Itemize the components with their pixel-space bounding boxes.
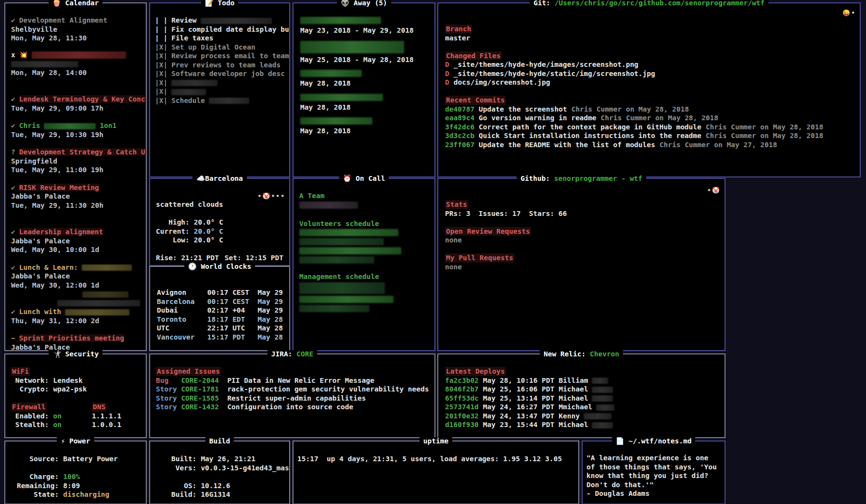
panel-newrelic[interactable]: New Relic: Chevron Latest Deploys fa2c3b… — [437, 353, 726, 438]
away-dates: May 28, 2018 — [300, 103, 432, 112]
jira-issue-row[interactable]: StoryCORE-1585Restrict super-admin capab… — [156, 394, 432, 403]
deploy-hash: fa2c3b02 — [445, 377, 479, 384]
redacted-block — [209, 98, 249, 104]
section-header: Latest Deploys — [445, 367, 506, 376]
away-entry: May 28, 2018 — [300, 94, 432, 112]
commit-meta: Chris Cummer on May 28, 2018 — [601, 114, 718, 122]
panel-calendar[interactable]: 🍿 Calendar ✔Development Alignment Shelby… — [4, 2, 147, 351]
todo-checkbox[interactable]: |X| — [155, 88, 167, 95]
todo-item[interactable]: | |File taxes — [155, 34, 286, 43]
redacted-block — [57, 300, 140, 306]
state-label: State: — [17, 490, 59, 499]
panel-title: 📝 Todo — [150, 0, 289, 8]
panel-oncall[interactable]: ⏰ On Call A Team Volunteers schedule Man… — [293, 178, 435, 351]
panel-weather[interactable]: ☁️Barcelona •🤡••• scattered clouds High:… — [149, 178, 290, 266]
status-indicator: •🤡••• — [257, 192, 285, 200]
todo-checkbox[interactable]: |X| — [155, 79, 167, 87]
event-title: Lunch with — [19, 308, 61, 315]
low-label: Low: — [156, 236, 190, 245]
issue-summary: PII Data in New Relic Error Message — [227, 377, 374, 384]
todo-checkbox[interactable]: |X| — [155, 70, 167, 77]
panel-todo[interactable]: 📝 Todo | |Review | |Fix compiled date di… — [149, 2, 290, 177]
todo-checkbox[interactable]: |X| — [155, 61, 167, 69]
panel-security[interactable]: 🤺 Security WiFi Network:Lendesk Crypto:w… — [4, 353, 147, 438]
commit-message: Go version warning in readme — [479, 114, 596, 122]
todo-item[interactable]: |X|Prev reviews to team leads — [155, 61, 286, 70]
clock-time: 22:17 UTC — [207, 324, 258, 333]
remaining-label: Remaining: — [17, 481, 59, 491]
todo-item[interactable]: |X|Software developer job desc — [155, 69, 286, 78]
todo-item[interactable]: |X|Review process email to team — [155, 51, 286, 61]
calendar-event: ✔Lunch with Thu, May 31, 12:00 2d — [11, 307, 143, 325]
todo-item[interactable]: |X|Schedule — [155, 96, 286, 105]
todo-item[interactable]: | |Review — [155, 16, 286, 25]
charge-value: 100% — [63, 473, 80, 480]
enabled-value: on — [53, 412, 62, 420]
oncall-section-header: A Team — [299, 191, 432, 201]
panel-git[interactable]: Git: /Users/chris/go/src/github.com/seno… — [437, 2, 861, 177]
todo-checkbox[interactable]: |X| — [155, 52, 167, 60]
todo-checkbox[interactable]: |X| — [155, 97, 167, 104]
event-marker: ✔ — [11, 122, 15, 129]
event-marker: ✔ — [11, 16, 15, 24]
clock-city: UTC — [157, 324, 207, 333]
redacted-block — [299, 296, 394, 303]
todo-checkbox[interactable]: |X| — [155, 43, 167, 51]
panel-world-clocks[interactable]: 🕐 World Clocks Avignon00:17 CESTMay 29 B… — [149, 266, 290, 351]
panel-away[interactable]: 👽 Away (5) May 23, 2018 - May 29, 2018 M… — [293, 2, 435, 177]
away-entry: May 25, 2018 - May 28, 2018 — [300, 41, 432, 64]
event-marker: x — [11, 51, 15, 59]
redacted-block — [11, 61, 78, 67]
jira-issue-row[interactable]: StoryCORE-1432Configuration into source … — [156, 403, 432, 412]
cloud-icon: ☁️ — [196, 175, 205, 182]
commit-row: 3f42dc6Correct path for the context pack… — [445, 123, 856, 132]
todo-checkbox[interactable]: | | — [155, 34, 167, 42]
calendar-event: ~Sprint Priorities meeting Jabba's Palac… — [11, 334, 143, 350]
commit-hash: eaa89c4 — [445, 114, 474, 122]
jira-issue-row[interactable]: BugCORE-2044PII Data in New Relic Error … — [156, 376, 432, 385]
todo-checkbox[interactable]: | | — [155, 16, 167, 24]
panel-github[interactable]: Github: senorprogrammer - wtf •🤡 Stats P… — [437, 178, 726, 351]
built-value: May 26, 21:21 — [201, 455, 255, 463]
commit-meta: Chris Cummer on May 27, 2018 — [660, 141, 777, 149]
todo-item[interactable]: |X| — [155, 87, 286, 96]
network-value: Lendesk — [53, 377, 83, 384]
alarm-clock-icon: ⏰ — [343, 175, 352, 182]
event-marker: ✔ — [11, 308, 15, 315]
issue-summary: Configuration into source code — [227, 403, 353, 411]
network-label: Network: — [11, 376, 49, 385]
section-header: Firewall — [11, 403, 47, 412]
section-header: Recent Commits — [445, 96, 506, 105]
event-title-suffix: 1on1 — [100, 122, 116, 129]
event-date: Thu, May 31, 12:00 2d — [11, 316, 143, 326]
event-location: Jabba's Palace — [11, 237, 143, 246]
clock-date: May 29 — [258, 306, 283, 314]
panel-uptime[interactable]: uptime 15:17 up 4 days, 21:31, 5 users, … — [293, 441, 579, 504]
panel-build[interactable]: Build Built:May 26, 21:21 Vers:v0.0.3-15… — [149, 441, 290, 504]
commit-hash: 23ff067 — [445, 141, 474, 149]
branch-name: master — [445, 34, 856, 43]
panel-jira[interactable]: JIRA: CORE Assigned Issues BugCORE-2044P… — [149, 353, 435, 438]
todo-checkbox[interactable]: | | — [155, 25, 167, 33]
redacted-block — [299, 202, 358, 209]
commit-hash: 3f42dc6 — [445, 123, 474, 131]
redacted-block — [300, 17, 381, 24]
clock-row: Barcelona00:17 CESTMay 29 — [157, 297, 286, 306]
high-temp: 20.0° C — [194, 218, 223, 226]
deploy-hash: 8046f2b7 — [445, 385, 479, 393]
todo-item[interactable]: |X|Set up Digital Ocean — [155, 43, 286, 52]
todo-item[interactable]: | |Fix compiled date display bug — [155, 25, 286, 34]
jira-issue-row[interactable]: StoryCORE-1781rack-protection gem securi… — [156, 385, 432, 394]
deploy-time: May 25, 13:14 PDT — [483, 394, 554, 402]
redacted-block — [82, 265, 132, 271]
todo-item[interactable]: |X| — [155, 78, 286, 88]
panel-notes[interactable]: 📄 ~/.wtf/notes.md "A learning experience… — [582, 441, 726, 504]
sunrise-time: Rise: 21:21 PDT — [156, 253, 219, 263]
build-label: Build: — [171, 490, 196, 499]
panel-power[interactable]: ⚡ Power Source:Battery Power Charge:100%… — [4, 441, 147, 504]
redacted-block — [592, 395, 613, 402]
clock-row: Vancouver15:17 PDTMay 28 — [157, 333, 286, 342]
current-temp: 20.0° C — [194, 227, 223, 235]
dns-primary: 1.1.1.1 — [92, 412, 121, 421]
remaining-value: 8:09 — [63, 482, 80, 490]
